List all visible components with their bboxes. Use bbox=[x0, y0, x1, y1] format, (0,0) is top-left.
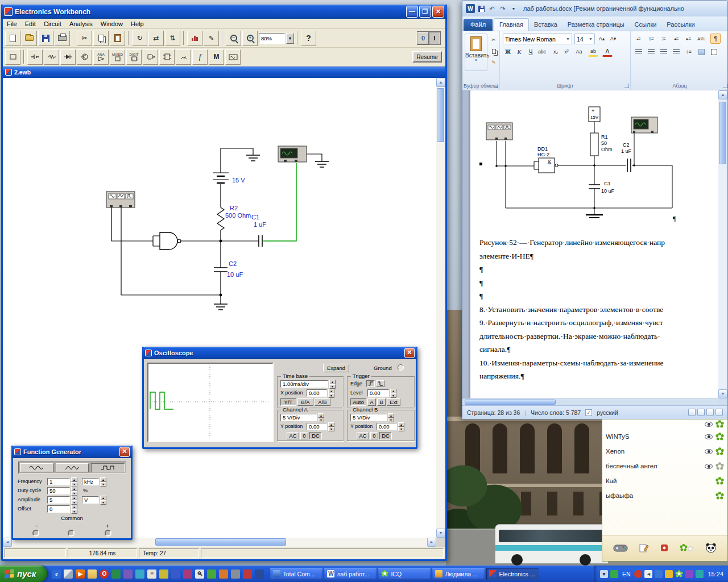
quick-launch-icon[interactable] bbox=[231, 569, 240, 579]
level-spinner[interactable]: ▲▼ bbox=[390, 389, 396, 397]
frequency-unit-spinner[interactable]: ▲▼ bbox=[100, 477, 106, 485]
tray-icon[interactable] bbox=[655, 570, 663, 578]
task-icq-chat[interactable]: Людмила ... bbox=[432, 568, 485, 580]
web-layout-view-button[interactable] bbox=[706, 409, 714, 416]
italic-button[interactable]: К bbox=[514, 47, 524, 57]
quick-launch-icon[interactable] bbox=[171, 569, 180, 579]
quick-launch-icon[interactable] bbox=[123, 569, 133, 579]
save-button[interactable] bbox=[38, 31, 53, 46]
language-indicator[interactable]: русский bbox=[597, 409, 618, 416]
frequency-spinner[interactable]: ▲▼ bbox=[71, 477, 77, 485]
yt-mode-button[interactable]: Y/T bbox=[280, 398, 296, 406]
amplitude-spinner[interactable]: ▲▼ bbox=[71, 496, 77, 504]
menu-edit[interactable]: Edit bbox=[21, 20, 40, 27]
shading-button[interactable] bbox=[696, 47, 706, 57]
power-on-button[interactable]: I bbox=[429, 32, 440, 44]
ground-terminal[interactable] bbox=[398, 364, 404, 371]
ab-mode-button[interactable]: A/B bbox=[315, 398, 330, 406]
basic-bin-button[interactable] bbox=[44, 49, 59, 65]
status-flowers-button[interactable] bbox=[680, 543, 694, 554]
close-button[interactable]: ✕ bbox=[404, 348, 415, 358]
close-button[interactable]: ✕ bbox=[432, 6, 444, 18]
edit-button[interactable] bbox=[639, 543, 649, 554]
xpos-field[interactable]: 0.00 bbox=[307, 389, 327, 397]
redo-button[interactable]: ↷ bbox=[498, 4, 507, 13]
tab-page-layout[interactable]: Разметка страницы bbox=[562, 19, 630, 31]
zoom-level-combo[interactable]: 80% bbox=[259, 33, 285, 44]
oscilloscope-component[interactable] bbox=[278, 146, 307, 162]
notepad-icon[interactable]: ≡ bbox=[147, 569, 156, 579]
dialog-launcher-icon[interactable] bbox=[624, 84, 629, 88]
zoom-out-button[interactable]: − bbox=[226, 31, 241, 46]
contact-row[interactable]: ыфаыфа bbox=[602, 488, 727, 503]
component-properties-button[interactable]: ✎ bbox=[204, 31, 219, 46]
logic-gates-bin-button[interactable] bbox=[143, 49, 158, 65]
open-button[interactable] bbox=[22, 31, 37, 46]
favorites-bin-button[interactable] bbox=[5, 49, 20, 65]
channel-a-scale-field[interactable]: 5 V/Div bbox=[280, 414, 317, 421]
outline-view-button[interactable] bbox=[715, 409, 723, 416]
word-titlebar[interactable]: W ↶ ↷ ▼ лаб работы.docx [Режим ограничен… bbox=[462, 1, 727, 16]
oscilloscope-titlebar[interactable]: Oscilloscope ✕ bbox=[142, 347, 417, 359]
format-painter-button[interactable]: ✎ bbox=[489, 57, 499, 68]
graphs-button[interactable] bbox=[187, 31, 202, 46]
tray-icon[interactable] bbox=[634, 570, 642, 578]
show-desktop-icon[interactable] bbox=[64, 569, 73, 579]
resistor-r2-component[interactable] bbox=[217, 207, 224, 230]
internet-explorer-icon[interactable]: e bbox=[52, 569, 61, 579]
nand-gate-component[interactable] bbox=[160, 232, 181, 250]
folder-icon[interactable] bbox=[88, 569, 97, 579]
channel-a-zero-button[interactable]: 0 bbox=[300, 432, 308, 439]
rising-edge-button[interactable] bbox=[366, 380, 375, 387]
plus-terminal[interactable] bbox=[105, 530, 111, 537]
timebase-value-field[interactable]: 1.00ms/div bbox=[280, 380, 328, 388]
dialog-launcher-icon[interactable] bbox=[723, 84, 727, 88]
channel-a-ypos-field[interactable]: 0.00 bbox=[307, 423, 327, 430]
contact-row[interactable]: Xenon bbox=[602, 444, 727, 459]
ewb-titlebar[interactable]: Electronics Workbench — ❐ ✕ bbox=[1, 5, 447, 19]
menu-file[interactable]: File bbox=[3, 20, 21, 27]
print-layout-view-button[interactable] bbox=[688, 409, 696, 416]
hscroll-thumb[interactable] bbox=[465, 400, 556, 405]
service-button[interactable] bbox=[660, 543, 669, 554]
xpos-spinner[interactable]: ▲▼ bbox=[328, 389, 334, 397]
borders-button[interactable] bbox=[709, 47, 719, 57]
capacitor-c2-component[interactable] bbox=[214, 268, 228, 272]
channel-b-ac-button[interactable]: AC bbox=[357, 432, 369, 439]
bold-button[interactable]: Ж bbox=[503, 47, 513, 57]
copy-button[interactable] bbox=[93, 31, 109, 46]
align-left-button[interactable] bbox=[634, 47, 644, 57]
flip-vertical-button[interactable]: ⇅ bbox=[165, 31, 180, 46]
font-size-combo[interactable]: 14▼ bbox=[574, 34, 595, 44]
fullscreen-view-button[interactable] bbox=[697, 409, 705, 416]
align-right-button[interactable] bbox=[659, 47, 669, 57]
schematic-vscrollbar[interactable]: ▲ ▼ bbox=[436, 78, 445, 538]
function-generator-component[interactable] bbox=[106, 192, 135, 207]
spelling-status-icon[interactable]: ✓ bbox=[585, 409, 592, 416]
search-icon[interactable]: 🔍︎ bbox=[195, 569, 204, 579]
duty-cycle-spinner[interactable]: ▲▼ bbox=[71, 487, 77, 494]
amplitude-field[interactable]: 5 bbox=[47, 496, 70, 504]
word-page[interactable]: & + 15V DD1 НС-2 R1 50 Ohm C2 1 uF C1 10… bbox=[470, 90, 719, 398]
triangle-wave-button[interactable] bbox=[56, 463, 89, 472]
superscript-button[interactable]: x² bbox=[561, 47, 572, 57]
font-color-button[interactable]: А bbox=[602, 47, 613, 57]
menu-help[interactable]: Help bbox=[127, 20, 148, 27]
align-center-button[interactable] bbox=[646, 47, 656, 57]
highlight-button[interactable]: ab bbox=[588, 47, 598, 57]
square-wave-button[interactable] bbox=[91, 463, 125, 472]
tab-references[interactable]: Ссылки bbox=[630, 19, 662, 31]
tray-icon[interactable] bbox=[610, 570, 618, 578]
new-button[interactable] bbox=[5, 31, 20, 46]
hscroll-thumb[interactable] bbox=[155, 538, 286, 546]
rotate-button[interactable]: ↻ bbox=[132, 31, 147, 46]
contact-row[interactable]: беспечный ангел bbox=[602, 459, 727, 473]
cut-button[interactable]: ✂ bbox=[77, 31, 92, 46]
instruments-bin-button[interactable] bbox=[225, 49, 241, 65]
tray-flower-icon[interactable] bbox=[675, 570, 683, 578]
games-button[interactable] bbox=[613, 543, 628, 554]
task-total-commander[interactable]: Total Com... bbox=[270, 568, 322, 580]
volume-icon[interactable]: ◄ bbox=[644, 570, 652, 578]
quick-launch-icon[interactable] bbox=[159, 569, 168, 579]
common-terminal[interactable] bbox=[68, 530, 75, 537]
